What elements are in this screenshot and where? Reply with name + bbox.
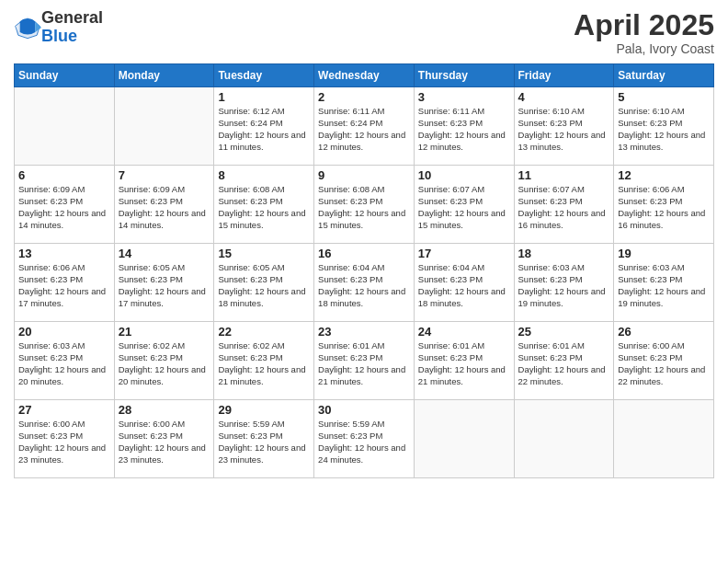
day-info: Sunrise: 6:06 AMSunset: 6:23 PMDaylight:… [18,262,110,309]
day-number: 8 [218,168,310,182]
day-number: 14 [119,247,210,260]
day-info: Sunrise: 6:04 AMSunset: 6:23 PMDaylight:… [418,262,510,309]
day-info: Sunrise: 6:07 AMSunset: 6:23 PMDaylight:… [518,184,610,231]
day-info: Sunrise: 6:02 AMSunset: 6:23 PMDaylight:… [218,340,310,387]
header-monday: Monday [114,64,214,87]
day-cell-29: 28Sunrise: 6:00 AMSunset: 6:23 PMDayligh… [114,400,214,478]
day-number: 5 [618,90,710,104]
logo-text: General Blue [41,9,103,46]
header-friday: Friday [514,64,614,87]
day-number: 16 [318,247,410,260]
day-number: 21 [119,325,210,339]
day-number: 15 [218,247,310,260]
day-number: 6 [18,168,110,182]
day-number: 13 [18,247,110,260]
day-number: 2 [318,90,410,104]
day-info: Sunrise: 6:01 AMSunset: 6:23 PMDaylight:… [418,340,510,387]
day-cell-21: 20Sunrise: 6:03 AMSunset: 6:23 PMDayligh… [15,322,115,400]
day-number: 19 [618,247,710,260]
day-cell-7: 6Sunrise: 6:09 AMSunset: 6:23 PMDaylight… [15,166,115,244]
day-info: Sunrise: 6:04 AMSunset: 6:23 PMDaylight:… [318,262,410,309]
logo: General Blue [14,9,103,46]
day-number: 4 [518,90,610,104]
day-cell-9: 8Sunrise: 6:08 AMSunset: 6:23 PMDaylight… [214,166,314,244]
day-number: 25 [518,325,610,339]
day-number: 10 [418,168,510,182]
day-number: 1 [218,90,310,104]
day-cell-10: 9Sunrise: 6:08 AMSunset: 6:23 PMDaylight… [314,166,415,244]
day-number: 7 [119,168,210,182]
day-cell-34 [614,400,714,478]
logo-blue-text: Blue [41,28,103,46]
day-number: 22 [218,325,310,339]
day-info: Sunrise: 6:08 AMSunset: 6:23 PMDaylight:… [218,184,310,231]
day-info: Sunrise: 6:03 AMSunset: 6:23 PMDaylight:… [618,262,710,309]
day-cell-11: 10Sunrise: 6:07 AMSunset: 6:23 PMDayligh… [414,166,514,244]
day-cell-32 [414,400,514,478]
day-info: Sunrise: 6:01 AMSunset: 6:23 PMDaylight:… [518,340,610,387]
day-info: Sunrise: 6:06 AMSunset: 6:23 PMDaylight:… [618,184,710,231]
day-info: Sunrise: 6:09 AMSunset: 6:23 PMDaylight:… [18,184,110,231]
title-block: April 2025 Pala, Ivory Coast [574,9,714,56]
day-number: 11 [518,168,610,182]
week-row-1: 1Sunrise: 6:12 AMSunset: 6:24 PMDaylight… [15,87,714,166]
day-cell-22: 21Sunrise: 6:02 AMSunset: 6:23 PMDayligh… [114,322,214,400]
weekday-header-row: Sunday Monday Tuesday Wednesday Thursday… [15,64,714,87]
day-info: Sunrise: 6:01 AMSunset: 6:23 PMDaylight:… [318,340,410,387]
day-info: Sunrise: 6:10 AMSunset: 6:23 PMDaylight:… [518,106,610,153]
day-cell-25: 24Sunrise: 6:01 AMSunset: 6:23 PMDayligh… [414,322,514,400]
day-info: Sunrise: 6:00 AMSunset: 6:23 PMDaylight:… [618,340,710,387]
day-cell-0 [15,87,115,166]
day-cell-26: 25Sunrise: 6:01 AMSunset: 6:23 PMDayligh… [514,322,614,400]
calendar-location: Pala, Ivory Coast [574,41,714,56]
logo-icon [14,14,41,41]
day-number: 29 [218,403,310,417]
day-cell-15: 14Sunrise: 6:05 AMSunset: 6:23 PMDayligh… [114,244,214,322]
day-number: 18 [518,247,610,260]
day-info: Sunrise: 6:12 AMSunset: 6:24 PMDaylight:… [218,106,310,153]
day-cell-16: 15Sunrise: 6:05 AMSunset: 6:23 PMDayligh… [214,244,314,322]
day-cell-3: 2Sunrise: 6:11 AMSunset: 6:24 PMDaylight… [314,87,415,166]
day-info: Sunrise: 6:11 AMSunset: 6:24 PMDaylight:… [318,106,410,153]
day-cell-2: 1Sunrise: 6:12 AMSunset: 6:24 PMDaylight… [214,87,314,166]
day-cell-1 [114,87,214,166]
day-number: 3 [418,90,510,104]
header-sunday: Sunday [15,64,115,87]
day-cell-6: 5Sunrise: 6:10 AMSunset: 6:23 PMDaylight… [614,87,714,166]
calendar-title: April 2025 [574,9,714,41]
day-cell-13: 12Sunrise: 6:06 AMSunset: 6:23 PMDayligh… [614,166,714,244]
header: General Blue April 2025 Pala, Ivory Coas… [14,9,714,56]
day-cell-24: 23Sunrise: 6:01 AMSunset: 6:23 PMDayligh… [314,322,415,400]
day-cell-19: 18Sunrise: 6:03 AMSunset: 6:23 PMDayligh… [514,244,614,322]
week-row-2: 6Sunrise: 6:09 AMSunset: 6:23 PMDaylight… [15,166,714,244]
day-info: Sunrise: 6:00 AMSunset: 6:23 PMDaylight:… [119,419,210,465]
day-cell-18: 17Sunrise: 6:04 AMSunset: 6:23 PMDayligh… [414,244,514,322]
day-info: Sunrise: 6:05 AMSunset: 6:23 PMDaylight:… [218,262,310,309]
day-info: Sunrise: 6:09 AMSunset: 6:23 PMDaylight:… [119,184,210,231]
day-cell-30: 29Sunrise: 5:59 AMSunset: 6:23 PMDayligh… [214,400,314,478]
day-number: 26 [618,325,710,339]
day-cell-28: 27Sunrise: 6:00 AMSunset: 6:23 PMDayligh… [15,400,115,478]
header-tuesday: Tuesday [214,64,314,87]
day-cell-4: 3Sunrise: 6:11 AMSunset: 6:23 PMDaylight… [414,87,514,166]
logo-general-text: General [41,9,103,28]
day-number: 30 [318,403,410,417]
day-cell-27: 26Sunrise: 6:00 AMSunset: 6:23 PMDayligh… [614,322,714,400]
day-number: 23 [318,325,410,339]
day-number: 20 [18,325,110,339]
day-cell-12: 11Sunrise: 6:07 AMSunset: 6:23 PMDayligh… [514,166,614,244]
day-info: Sunrise: 5:59 AMSunset: 6:23 PMDaylight:… [218,419,310,465]
week-row-4: 20Sunrise: 6:03 AMSunset: 6:23 PMDayligh… [15,322,714,400]
day-cell-20: 19Sunrise: 6:03 AMSunset: 6:23 PMDayligh… [614,244,714,322]
day-info: Sunrise: 5:59 AMSunset: 6:23 PMDaylight:… [318,419,410,465]
day-info: Sunrise: 6:03 AMSunset: 6:23 PMDaylight:… [518,262,610,309]
day-number: 9 [318,168,410,182]
day-cell-17: 16Sunrise: 6:04 AMSunset: 6:23 PMDayligh… [314,244,415,322]
day-cell-5: 4Sunrise: 6:10 AMSunset: 6:23 PMDaylight… [514,87,614,166]
day-info: Sunrise: 6:00 AMSunset: 6:23 PMDaylight:… [18,419,110,465]
day-info: Sunrise: 6:05 AMSunset: 6:23 PMDaylight:… [119,262,210,309]
week-row-5: 27Sunrise: 6:00 AMSunset: 6:23 PMDayligh… [15,400,714,478]
day-info: Sunrise: 6:03 AMSunset: 6:23 PMDaylight:… [18,340,110,387]
week-row-3: 13Sunrise: 6:06 AMSunset: 6:23 PMDayligh… [15,244,714,322]
header-wednesday: Wednesday [314,64,415,87]
